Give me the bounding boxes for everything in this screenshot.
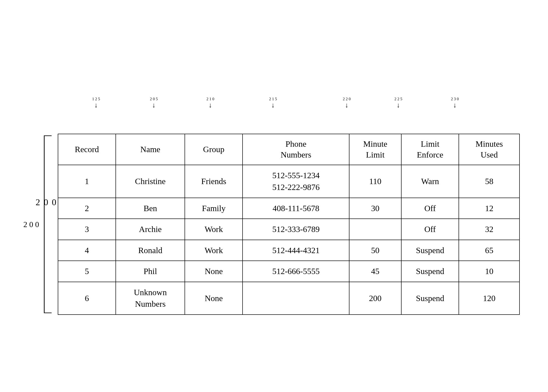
cell-group: Friends [185,165,243,198]
cell-name: Ben [116,198,185,219]
table-row: 2BenFamily408-111-567830Off12 [58,198,519,219]
cell-phone: 512-666-5555 [243,261,349,282]
cell-record: 6 [58,282,116,315]
ref-215: 2 1 5 ↓ [269,97,277,109]
cell-limitEnforce: Suspend [401,240,459,261]
ref-220: 2 2 0 ↓ [343,97,351,109]
cell-minutesUsed: 120 [459,282,519,315]
header-record: Record [58,134,116,165]
ref-125-label: 1 2 5 [92,97,100,101]
ref-230-arrow: ↓ [453,101,457,109]
header-name: Name [116,134,185,165]
cell-name: Phil [116,261,185,282]
cell-record: 1 [58,165,116,198]
cell-minutesUsed: 10 [459,261,519,282]
table-header-row: Record Name Group PhoneNumbers MinuteLim… [58,134,519,165]
cell-limitEnforce: Warn [401,165,459,198]
cell-minutesUsed: 12 [459,198,519,219]
ref-225: 2 2 5 ↓ [394,97,402,109]
cell-phone [243,282,349,315]
ref-225-label: 2 2 5 [394,97,402,101]
cell-record: 4 [58,240,116,261]
cell-name: Christine [116,165,185,198]
ref-210: 2 1 0 ↓ [206,97,214,109]
cell-minuteLimit: 50 [349,240,401,261]
cell-limitEnforce: Off [401,198,459,219]
ref-220-arrow: ↓ [345,101,348,109]
cell-phone: 408-111-5678 [243,198,349,219]
bracket-svg [42,134,54,315]
ref-210-arrow: ↓ [209,101,212,109]
page-container: 1 2 5 ↓ 2 0 5 ↓ 2 1 0 ↓ 2 1 5 ↓ 2 2 0 ↓ … [28,77,520,315]
cell-group: Work [185,240,243,261]
cell-minuteLimit: 200 [349,282,401,315]
ref-230: 2 3 0 ↓ [451,97,459,109]
ref-205: 2 0 5 ↓ [150,97,158,109]
cell-record: 5 [58,261,116,282]
cell-group: None [185,282,243,315]
bracket-label-200: 2 0 0 [36,197,57,207]
table-row: 4RonaldWork512-444-432150Suspend65 [58,240,519,261]
header-minutes-used: MinutesUsed [459,134,519,165]
cell-minutesUsed: 32 [459,219,519,240]
cell-name: Ronald [116,240,185,261]
cell-minutesUsed: 65 [459,240,519,261]
ref-125: 1 2 5 ↓ [92,97,100,109]
cell-phone: 512-444-4321 [243,240,349,261]
cell-group: None [185,261,243,282]
ref-125-arrow: ↓ [94,101,98,109]
cell-phone: 512-333-6789 [243,219,349,240]
cell-group: Family [185,198,243,219]
ref-220-label: 2 2 0 [343,97,351,101]
cell-limitEnforce: Suspend [401,261,459,282]
table-row: 3ArchieWork512-333-6789Off32 [58,219,519,240]
bracket-label: 2 0 0 [23,220,39,229]
table-body: 1ChristineFriends512-555-1234512-222-987… [58,165,519,315]
cell-name: Archie [116,219,185,240]
data-table: Record Name Group PhoneNumbers MinuteLim… [58,134,520,315]
ref-205-label: 2 0 5 [150,97,158,101]
ref-205-arrow: ↓ [152,101,156,109]
cell-limitEnforce: Off [401,219,459,240]
cell-minuteLimit: 110 [349,165,401,198]
table-section: 2 0 0 Record Name Group [28,134,520,315]
reference-numbers-row: 1 2 5 ↓ 2 0 5 ↓ 2 1 0 ↓ 2 1 5 ↓ 2 2 0 ↓ … [77,97,520,119]
cell-minuteLimit: 45 [349,261,401,282]
ref-230-label: 2 3 0 [451,97,459,101]
ref-225-arrow: ↓ [397,101,400,109]
cell-minutesUsed: 58 [459,165,519,198]
ref-215-label: 2 1 5 [269,97,277,101]
ref-215-arrow: ↓ [271,101,275,109]
table-row: 5PhilNone512-666-555545Suspend10 [58,261,519,282]
ref-210-label: 2 1 0 [206,97,214,101]
table-row: 6UnknownNumbersNone200Suspend120 [58,282,519,315]
header-minute-limit: MinuteLimit [349,134,401,165]
left-bracket-area: 2 0 0 [28,134,58,315]
header-phone: PhoneNumbers [243,134,349,165]
header-group: Group [185,134,243,165]
header-limit-enforce: LimitEnforce [401,134,459,165]
cell-minuteLimit [349,219,401,240]
cell-phone: 512-555-1234512-222-9876 [243,165,349,198]
cell-name: UnknownNumbers [116,282,185,315]
cell-record: 3 [58,219,116,240]
cell-group: Work [185,219,243,240]
cell-record: 2 [58,198,116,219]
cell-minuteLimit: 30 [349,198,401,219]
table-row: 1ChristineFriends512-555-1234512-222-987… [58,165,519,198]
cell-limitEnforce: Suspend [401,282,459,315]
